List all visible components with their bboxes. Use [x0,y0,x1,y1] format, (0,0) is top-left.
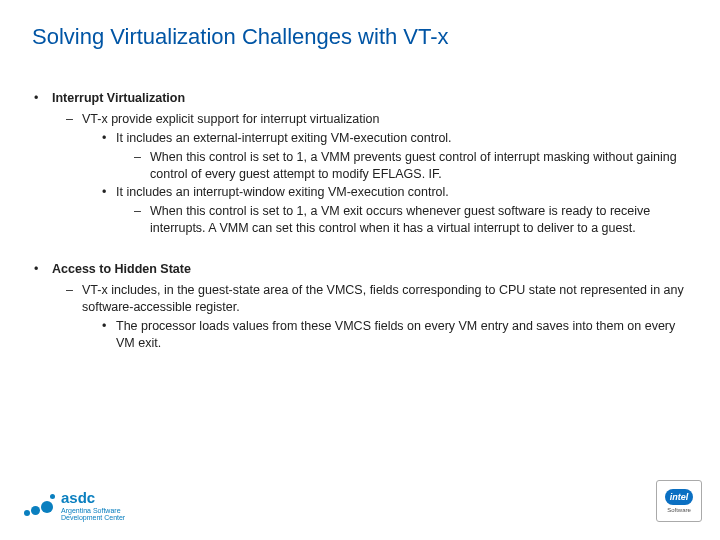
section-1-detail-a: When this control is set to 1, a VMM pre… [32,149,688,183]
slide-title: Solving Virtualization Challenges with V… [32,24,688,50]
section-1-point-b: It includes an interrupt-window exiting … [32,184,688,201]
section-2-sub: VT-x includes, in the guest-state area o… [32,282,688,316]
asdc-sub1: Argentina Software [61,507,125,515]
section-1-detail-b: When this control is set to 1, a VM exit… [32,203,688,237]
asdc-name: asdc [61,490,125,507]
section-1-sub: VT-x provide explicit support for interr… [32,111,688,128]
intel-sub: Software [667,507,691,513]
bullet-section-2: Access to Hidden State [32,261,688,278]
intel-logo: intel Software [656,480,702,522]
asdc-sub2: Development Center [61,514,125,522]
slide-content: Interrupt Virtualization VT-x provide ex… [32,90,688,351]
section-1-heading: Interrupt Virtualization [52,91,185,105]
section-1-point-a: It includes an external-interrupt exitin… [32,130,688,147]
asdc-logo: asdc Argentina Software Development Cent… [24,490,125,522]
asdc-mark-icon [24,492,56,520]
section-2-point: The processor loads values from these VM… [32,318,688,352]
section-2-heading: Access to Hidden State [52,262,191,276]
intel-chip-icon: intel [665,489,693,505]
bullet-section-1: Interrupt Virtualization [32,90,688,107]
